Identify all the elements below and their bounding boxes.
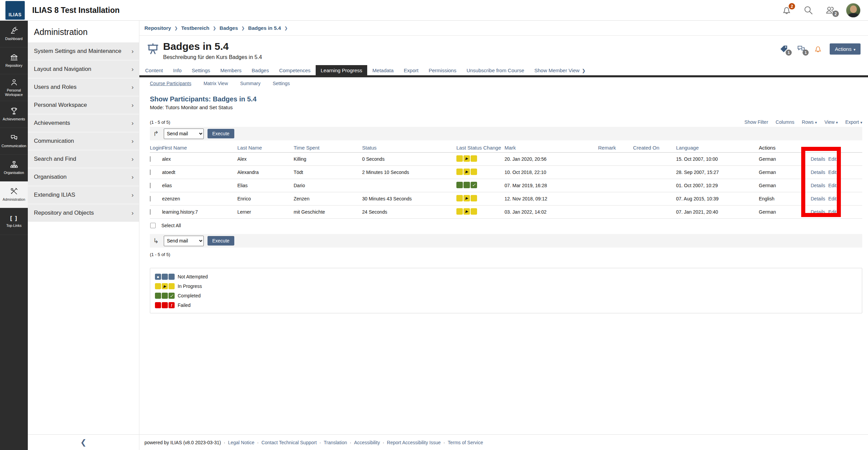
bulk-action-select-bottom[interactable]: Send mail bbox=[164, 236, 204, 246]
search-button[interactable] bbox=[803, 4, 814, 16]
admin-panel-item[interactable]: System Settings and Maintenance › bbox=[28, 42, 139, 60]
footer-link[interactable]: Contact Technical Support bbox=[261, 440, 317, 445]
column-header[interactable]: Last Status Change bbox=[456, 145, 505, 151]
column-header[interactable]: Time Spent bbox=[294, 145, 362, 151]
tab[interactable]: Content bbox=[140, 65, 168, 75]
footer-link[interactable]: Report Accessibility Issue bbox=[387, 440, 441, 445]
admin-panel-item[interactable]: Layout and Navigation › bbox=[28, 60, 139, 78]
edit-link[interactable]: Edit bbox=[828, 209, 836, 215]
execute-button[interactable]: Execute bbox=[208, 129, 234, 138]
breadcrumb-link[interactable]: Testbereich bbox=[181, 25, 209, 31]
tab[interactable]: Metadata bbox=[367, 65, 399, 75]
sidebar-item-organisation[interactable]: Organisation bbox=[0, 155, 28, 181]
tab[interactable]: Badges bbox=[246, 65, 274, 75]
row-checkbox[interactable] bbox=[150, 196, 151, 201]
column-header[interactable]: Created On bbox=[633, 145, 676, 151]
table-toolbar-link[interactable]: Show Filter bbox=[745, 119, 768, 125]
breadcrumb-link[interactable]: Badges in 5.4 bbox=[248, 25, 281, 31]
tab[interactable]: Export bbox=[399, 65, 423, 75]
participant-row: alex Alex Killing 0 Seconds 20. Jan 2020… bbox=[150, 153, 862, 166]
admin-panel-item[interactable]: Extending ILIAS › bbox=[28, 186, 139, 204]
subtab[interactable]: Settings bbox=[273, 81, 290, 86]
table-toolbar-link[interactable]: Columns bbox=[776, 119, 794, 125]
sidebar-item-administration[interactable]: Administration bbox=[0, 181, 28, 208]
admin-panel-item-label: Communication bbox=[34, 138, 74, 144]
subtab[interactable]: Matrix View bbox=[203, 81, 228, 86]
execute-button-bottom[interactable]: Execute bbox=[208, 236, 234, 246]
column-header[interactable]: Last Name bbox=[237, 145, 294, 151]
legend-label: In Progress bbox=[178, 283, 202, 289]
select-all-row: Select All bbox=[150, 219, 862, 232]
sidebar-item-achievements[interactable]: Achievements bbox=[0, 101, 28, 128]
admin-panel-item[interactable]: Users and Roles › bbox=[28, 78, 139, 96]
bulk-action-select[interactable]: Send mail bbox=[164, 129, 204, 139]
breadcrumb-link[interactable]: Repository bbox=[144, 25, 171, 31]
tab[interactable]: Permissions bbox=[423, 65, 461, 75]
admin-panel-item[interactable]: Search and Find › bbox=[28, 150, 139, 168]
tab[interactable]: Competences bbox=[274, 65, 316, 75]
cell-created-on: 15. Oct 2007, 10:00 bbox=[676, 156, 759, 162]
footer-link[interactable]: Terms of Service bbox=[448, 440, 483, 445]
edit-link[interactable]: Edit bbox=[828, 156, 836, 162]
table-toolbar-link[interactable]: Rows▾ bbox=[802, 119, 817, 125]
cell-created-on: 28. Sep 2007, 15:27 bbox=[676, 170, 759, 175]
subtab[interactable]: Summary bbox=[240, 81, 260, 86]
table-toolbar-link[interactable]: View▾ bbox=[824, 119, 838, 125]
subtab[interactable]: Course Participants bbox=[150, 81, 191, 86]
column-header[interactable]: Mark bbox=[505, 145, 598, 151]
admin-panel-item[interactable]: Organisation › bbox=[28, 168, 139, 186]
footer-link[interactable]: Translation bbox=[324, 440, 347, 445]
comments-button[interactable]: 1 bbox=[796, 44, 806, 54]
column-header[interactable]: First Name bbox=[162, 145, 237, 151]
notification-toggle-button[interactable] bbox=[813, 44, 823, 54]
tab[interactable]: Settings bbox=[187, 65, 215, 75]
sidebar-item-dashboard[interactable]: Dashboard bbox=[0, 21, 28, 47]
edit-link[interactable]: Edit bbox=[828, 183, 836, 188]
user-avatar[interactable] bbox=[846, 3, 861, 18]
details-link[interactable]: Details bbox=[811, 196, 825, 201]
sidebar-item-personal-workspace[interactable]: Personal Workspace bbox=[0, 74, 28, 101]
column-header[interactable]: Language bbox=[676, 145, 759, 151]
notifications-bell-button[interactable]: 2 bbox=[781, 4, 792, 16]
select-all-checkbox[interactable] bbox=[150, 223, 156, 228]
panel-collapse-button[interactable]: ❮ bbox=[28, 434, 139, 450]
admin-panel-item[interactable]: Achievements › bbox=[28, 114, 139, 132]
row-checkbox[interactable] bbox=[150, 156, 151, 162]
row-checkbox[interactable] bbox=[150, 183, 151, 188]
details-link[interactable]: Details bbox=[811, 156, 825, 162]
footer-link[interactable]: Accessibility bbox=[354, 440, 380, 445]
column-header[interactable]: Remark bbox=[598, 145, 633, 151]
cell-language: German bbox=[759, 183, 811, 188]
sidebar-item-top-links[interactable]: [ ] Top-Links bbox=[0, 208, 28, 235]
row-checkbox[interactable] bbox=[150, 170, 151, 175]
edit-link[interactable]: Edit bbox=[828, 196, 836, 201]
tab[interactable]: Info bbox=[168, 65, 187, 75]
contacts-badge: 2 bbox=[832, 11, 839, 17]
ilias-logo[interactable]: ILIAS bbox=[5, 1, 25, 20]
tab[interactable]: Unsubscribe from Course bbox=[461, 65, 529, 75]
admin-panel-item[interactable]: Communication › bbox=[28, 132, 139, 150]
column-header[interactable]: Status bbox=[362, 145, 456, 151]
details-link[interactable]: Details bbox=[811, 183, 825, 188]
column-header[interactable]: Actions bbox=[759, 145, 811, 151]
sidebar-item-repository[interactable]: Repository bbox=[0, 47, 28, 74]
tab[interactable]: Learning Progress bbox=[316, 65, 368, 75]
admin-panel-item[interactable]: Repository and Objects › bbox=[28, 204, 139, 222]
actions-dropdown-button[interactable]: Actions▾ bbox=[830, 43, 861, 55]
tab[interactable]: Members bbox=[215, 65, 247, 75]
footer-link[interactable]: Legal Notice bbox=[228, 440, 254, 445]
column-header[interactable]: Login↑ bbox=[150, 145, 162, 151]
table-toolbar-link[interactable]: Export▾ bbox=[845, 119, 862, 125]
details-link[interactable]: Details bbox=[811, 209, 825, 215]
breadcrumb-link[interactable]: Badges bbox=[220, 25, 238, 31]
tags-button[interactable]: 1 bbox=[779, 44, 789, 54]
tab[interactable]: Show Member View❯ bbox=[529, 65, 591, 75]
table-header-row: Login↑ First Name Last Name Time Spent bbox=[150, 143, 862, 153]
contacts-button[interactable]: 2 bbox=[824, 4, 836, 16]
sidebar-item-communication[interactable]: Communication bbox=[0, 128, 28, 155]
details-link[interactable]: Details bbox=[811, 170, 825, 175]
legend-row: Failed bbox=[155, 302, 857, 308]
edit-link[interactable]: Edit bbox=[828, 170, 836, 175]
admin-panel-item[interactable]: Personal Workspace › bbox=[28, 96, 139, 114]
row-checkbox[interactable] bbox=[150, 209, 151, 215]
